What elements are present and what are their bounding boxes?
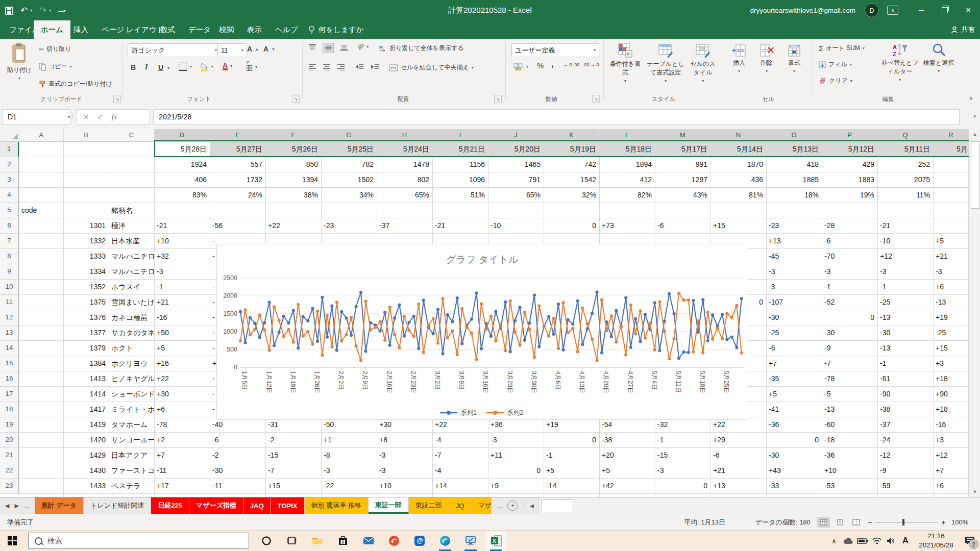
sheet-more-right-icon[interactable]: …: [496, 502, 502, 510]
row-header-15[interactable]: 15: [0, 356, 19, 371]
cell-P19[interactable]: -60: [822, 417, 877, 432]
align-center-icon[interactable]: [323, 63, 331, 70]
cell-P13[interactable]: -30: [822, 325, 877, 340]
shrink-font-button[interactable]: A▼: [263, 45, 275, 53]
column-header-A[interactable]: A: [19, 129, 63, 141]
cell-C23[interactable]: ベステラ: [109, 478, 154, 493]
column-header-N[interactable]: N: [710, 129, 766, 141]
cell-R9[interactable]: -3: [933, 264, 969, 279]
cell-L3[interactable]: 412: [599, 172, 655, 187]
cell-R19[interactable]: -16: [933, 417, 969, 432]
cell-R20[interactable]: +3: [933, 432, 969, 447]
cell-C16[interactable]: ヒノキヤグループ: [109, 371, 154, 386]
format-cells-button[interactable]: 書式▾: [782, 44, 806, 73]
cell-R22[interactable]: +7: [933, 463, 969, 478]
sheet-tab-4[interactable]: マザーズ指標: [189, 497, 243, 514]
cell-I2[interactable]: 1156: [432, 157, 488, 172]
column-header-P[interactable]: P: [822, 129, 877, 141]
cell-D11[interactable]: +21: [154, 294, 210, 310]
cell-R12[interactable]: +19: [933, 310, 969, 325]
cell-D14[interactable]: +5: [154, 340, 210, 356]
cell-D17[interactable]: +30: [154, 386, 210, 402]
cell-Q10[interactable]: -1: [877, 279, 933, 294]
cell-R15[interactable]: +3: [933, 356, 969, 371]
ime-indicator[interactable]: A: [898, 531, 913, 551]
cell-B11[interactable]: 1375: [63, 294, 109, 310]
column-header-B[interactable]: B: [63, 129, 109, 141]
cell-J2[interactable]: 1465: [488, 157, 544, 172]
cell-M3[interactable]: 1297: [655, 172, 710, 187]
sheet-tab-8[interactable]: 東証一部: [369, 497, 409, 514]
cell-G6[interactable]: -23: [321, 218, 377, 233]
tell-me-box[interactable]: 何をしますか: [301, 20, 371, 39]
cell-R11[interactable]: -13: [933, 294, 969, 310]
cell-B8[interactable]: 1333: [63, 248, 109, 264]
tray-chevron-icon[interactable]: ∧: [827, 531, 841, 551]
row-header-14[interactable]: 14: [0, 340, 19, 356]
cell-O17[interactable]: +5: [766, 386, 822, 402]
cell-B10[interactable]: 1352: [63, 279, 109, 294]
cell-G1[interactable]: 5月25日: [321, 141, 377, 157]
column-header-Q[interactable]: Q: [877, 129, 933, 141]
row-header-23[interactable]: 23: [0, 478, 19, 493]
onedrive-cloud-icon[interactable]: [841, 531, 855, 551]
cell-H23[interactable]: +10: [377, 478, 432, 493]
cell-P16[interactable]: -78: [822, 371, 877, 386]
cell-Q12[interactable]: -13: [877, 310, 933, 325]
cell-Q6[interactable]: -21: [877, 218, 933, 233]
cell-C10[interactable]: ホウスイ: [109, 279, 154, 294]
column-header-L[interactable]: L: [599, 129, 655, 141]
cell-L1[interactable]: 5月18日: [599, 141, 655, 157]
cell-D19[interactable]: -78: [154, 417, 210, 432]
align-bottom-icon[interactable]: [340, 44, 348, 51]
underline-button[interactable]: U: [158, 63, 163, 71]
cell-C19[interactable]: タマホーム: [109, 417, 154, 432]
cell-P8[interactable]: -70: [822, 248, 877, 264]
cell-J21[interactable]: +11: [488, 447, 544, 463]
column-header-C[interactable]: C: [109, 129, 154, 141]
cell-B20[interactable]: 1420: [63, 432, 109, 447]
sheet-tab-7[interactable]: 個別 騰落率 推移: [305, 497, 369, 514]
column-header-F[interactable]: F: [265, 129, 321, 141]
cell-O8[interactable]: -45: [766, 248, 822, 264]
cell-E20[interactable]: -6: [210, 432, 265, 447]
cell-O13[interactable]: -25: [766, 325, 822, 340]
comma-style-button[interactable]: ,: [551, 59, 554, 69]
column-header-H[interactable]: H: [377, 129, 432, 141]
cell-K4[interactable]: 32%: [544, 187, 599, 203]
row-header-9[interactable]: 9: [0, 264, 19, 279]
formula-input[interactable]: 2021/5/28: [153, 109, 960, 124]
conditional-formatting-button[interactable]: ≠ 条件付き書式▾: [608, 43, 642, 83]
cell-I23[interactable]: +14: [432, 478, 488, 493]
cell-C20[interactable]: サンヨーホームズ: [109, 432, 154, 447]
row-header-12[interactable]: 12: [0, 310, 19, 325]
cell-Q11[interactable]: -25: [877, 294, 933, 310]
alignment-dialog-launcher-icon[interactable]: ↘: [494, 95, 502, 103]
pc-app-icon[interactable]: [459, 531, 482, 551]
font-size-combo[interactable]: 11▾: [217, 43, 247, 57]
row-header-18[interactable]: 18: [0, 402, 19, 417]
cell-B19[interactable]: 1419: [63, 417, 109, 432]
edge-icon[interactable]: [434, 531, 456, 551]
bold-button[interactable]: B: [131, 63, 136, 71]
row-header-11[interactable]: 11: [0, 294, 19, 310]
scroll-up-icon[interactable]: ▲: [969, 129, 980, 139]
cell-D9[interactable]: -3: [154, 264, 210, 279]
cell-P20[interactable]: -18: [822, 432, 877, 447]
horizontal-scroll-thumb[interactable]: [542, 499, 573, 512]
cell-I20[interactable]: -4: [432, 432, 488, 447]
cell-P11[interactable]: -52: [822, 294, 877, 310]
cell-H1[interactable]: 5月24日: [377, 141, 432, 157]
cell-Q16[interactable]: -61: [877, 371, 933, 386]
tab-insert[interactable]: 挿入: [66, 20, 95, 39]
expand-formula-bar-icon[interactable]: ▾: [973, 114, 976, 119]
cell-G2[interactable]: 782: [321, 157, 377, 172]
excel-icon[interactable]: X: [485, 531, 507, 551]
sheet-tab-2[interactable]: トレンド統計関連: [84, 497, 151, 514]
cell-B23[interactable]: 1433: [63, 478, 109, 493]
cell-R8[interactable]: +21: [933, 248, 969, 264]
chart[interactable]: グラフ タイトル050010001500200025001月5日1月12日1月1…: [216, 244, 747, 420]
cell-D7[interactable]: +10: [154, 233, 210, 248]
cell-D8[interactable]: +32: [154, 248, 210, 264]
at-menu-app-icon[interactable]: @: [408, 531, 431, 551]
